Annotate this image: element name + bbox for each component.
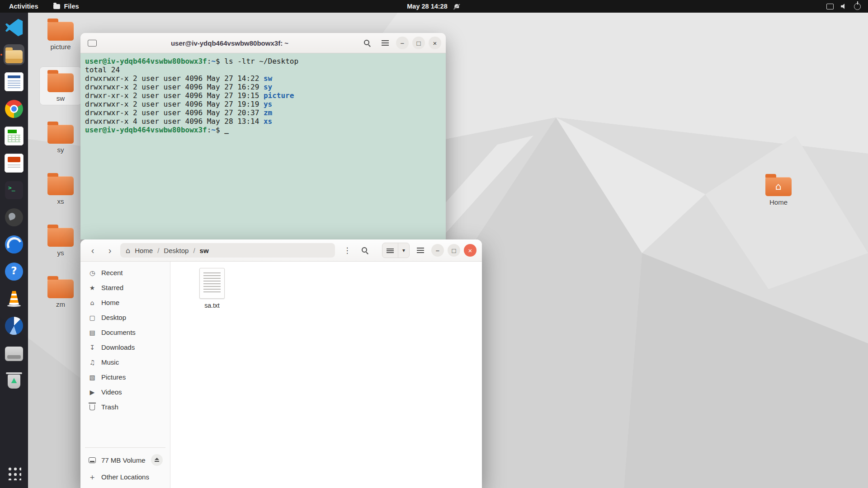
terminal-line: total 24 [85,66,441,74]
text-file-icon [199,268,225,299]
chrome-dock-item[interactable] [4,99,24,119]
list-view-icon [387,248,394,253]
writer-icon [5,72,24,91]
dark-dock-item[interactable] [4,207,24,228]
eject-button[interactable] [151,454,163,466]
breadcrumb-item-sw[interactable]: sw [199,247,210,254]
writer-dock-item[interactable] [4,71,24,92]
files-close-button[interactable]: × [464,244,476,257]
sidebar-item-other-locations[interactable]: + Other Locations [83,469,167,484]
folder-icon [47,22,74,41]
trash-icon [90,404,95,410]
trash-icon [88,404,97,410]
clock-button[interactable]: May 28 14:28 [407,0,461,13]
breadcrumb-item-home[interactable]: Home [134,247,154,254]
terminal-new-tab-button[interactable] [85,36,99,50]
terminal-output[interactable]: user@iv-ydqb464vswbw80bowx3f:~$ ls -ltr … [80,53,446,239]
terminal-maximize-button[interactable]: □ [412,37,425,49]
system-menu[interactable] [819,0,868,13]
back-button[interactable]: ‹ [86,244,99,257]
view-options-dropdown[interactable]: ▾ [398,243,409,258]
sidebar-item-home[interactable]: ⌂Home [83,295,167,310]
calc-dock-item[interactable] [4,126,24,146]
desktop-icon-label: picture [50,43,71,51]
sidebar-item-downloads[interactable]: ↧Downloads [83,340,167,355]
dock [0,13,28,488]
desktop-icon-xs[interactable]: xs [40,170,81,208]
sidebar-item-label: Downloads [101,343,135,351]
desktop-icon-sw[interactable]: sw [40,67,81,105]
terminal-title: user@iv-ydqb464vswbw80bowx3f: ~ [103,39,356,47]
desktop-icon-sy[interactable]: sy [40,118,81,156]
files-content: sa.txt [170,262,482,488]
files-main: ◷Recent★Starred⌂Home▢Desktop▤Documents↧D… [80,262,482,488]
sidebar-item-music[interactable]: ♫Music [83,355,167,370]
sidebar-item-volume[interactable]: 77 MB Volume [83,450,167,469]
home-icon: ⌂ [88,299,97,306]
videos-icon: ▶ [88,389,97,396]
impress-dock-item[interactable] [4,153,24,174]
sidebar-item-starred[interactable]: ★Starred [83,280,167,295]
help-dock-item[interactable] [4,261,24,282]
terminal-close-button[interactable]: × [429,37,441,49]
files-search-button[interactable] [358,243,372,258]
trash-icon [8,375,20,389]
desktop-icon-ys[interactable]: ys [40,221,81,259]
vscode-dock-item[interactable] [4,17,24,38]
pictures-icon: ▧ [88,374,97,381]
folder-icon [47,176,74,195]
terminal-line: drwxrwxr-x 2 user user 4096 May 27 16:29… [85,83,441,91]
breadcrumb-separator: / [156,247,161,254]
files-icon [5,50,23,63]
forward-button[interactable]: › [103,244,117,257]
drive-icon [5,347,23,361]
vscode-icon [5,19,23,37]
path-options-button[interactable]: ⋮ [340,244,354,257]
sidebar-item-desktop[interactable]: ▢Desktop [83,310,167,325]
swirl-dock-item[interactable] [4,315,24,336]
file-item-sa.txt[interactable]: sa.txt [190,268,234,309]
activities-button[interactable]: Activities [0,0,47,13]
trash-dock-item[interactable] [4,370,24,390]
desktop-icon-zm[interactable]: zm [40,273,81,311]
documents-icon: ▤ [88,329,97,336]
terminal-line: drwxrwxr-x 2 user user 4096 May 27 20:37… [85,108,441,117]
list-view-button[interactable] [382,243,398,258]
plus-icon: + [88,474,97,481]
files-maximize-button[interactable]: □ [448,244,460,257]
desktop-icon-picture[interactable]: picture [40,15,81,53]
app-menu-files[interactable]: Files [47,0,85,13]
show-applications-button[interactable] [4,463,24,483]
sidebar-item-pictures[interactable]: ▧Pictures [83,370,167,385]
sidebar-item-recent[interactable]: ◷Recent [83,265,167,280]
terminal-line: user@iv-ydqb464vswbw80bowx3f:~$ _ [85,126,441,134]
desktop-icon-label: sy [57,146,64,154]
browser-dock-item[interactable] [4,234,24,255]
folder-icon [47,73,74,92]
files-dock-item[interactable] [4,44,24,65]
vlc-dock-item[interactable] [4,288,24,309]
drive-dock-item[interactable] [4,343,24,363]
terminal-menu-button[interactable] [378,36,392,50]
sidebar-item-label: Desktop [101,314,126,321]
terminal-minimize-button[interactable]: − [396,37,409,49]
desktop-icon-label: zm [56,300,65,308]
desktop-icon-label: Home [769,198,788,206]
files-minimize-button[interactable]: − [431,244,444,257]
drive-icon [89,457,96,463]
power-icon [854,3,861,10]
sidebar-item-videos[interactable]: ▶Videos [83,385,167,399]
music-icon: ♫ [88,359,97,366]
files-menu-button[interactable] [413,243,428,258]
breadcrumb-item-desktop[interactable]: Desktop [163,247,189,254]
sidebar-item-label: Music [101,358,119,366]
clock-label: May 28 14:28 [407,3,447,10]
desktop-icon-home[interactable]: Home [758,171,799,209]
terminal-dock-item[interactable] [4,180,24,201]
breadcrumb[interactable]: ⌂ Home/Desktop/sw [120,243,335,258]
sidebar-item-trash[interactable]: Trash [83,399,167,414]
sidebar-item-label: Videos [101,388,122,396]
sidebar-item-label: Recent [101,269,123,277]
sidebar-item-documents[interactable]: ▤Documents [83,325,167,340]
terminal-search-button[interactable] [360,36,374,50]
